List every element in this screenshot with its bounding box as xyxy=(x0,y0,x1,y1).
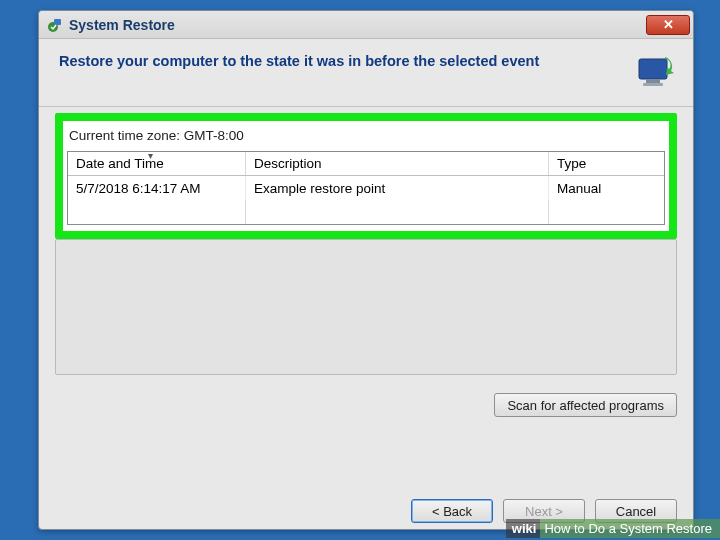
svg-rect-3 xyxy=(646,79,660,83)
content-area: Current time zone: GMT-8:00 Date and Tim… xyxy=(39,107,693,239)
table-empty-area xyxy=(68,200,664,224)
col-description-label: Description xyxy=(254,156,322,171)
close-icon: ✕ xyxy=(663,17,674,32)
col-description[interactable]: Description xyxy=(246,152,549,175)
system-restore-window: System Restore ✕ Restore your computer t… xyxy=(38,10,694,530)
scan-affected-button[interactable]: Scan for affected programs xyxy=(494,393,677,417)
details-panel xyxy=(55,239,677,375)
col-type-label: Type xyxy=(557,156,586,171)
table-row[interactable]: 5/7/2018 6:14:17 AM Example restore poin… xyxy=(68,176,664,200)
cell-type: Manual xyxy=(549,176,664,200)
highlight-frame: Current time zone: GMT-8:00 Date and Tim… xyxy=(55,113,677,239)
table-header: Date and Time ▾ Description Type xyxy=(68,152,664,176)
restore-point-table[interactable]: Date and Time ▾ Description Type 5/7/201… xyxy=(67,151,665,225)
watermark-text: How to Do a System Restore xyxy=(540,519,720,538)
svg-rect-2 xyxy=(639,59,667,79)
restore-monitor-icon xyxy=(629,49,677,97)
system-restore-icon xyxy=(47,17,63,33)
window-title: System Restore xyxy=(69,17,646,33)
col-date[interactable]: Date and Time ▾ xyxy=(68,152,246,175)
dialog-header: Restore your computer to the state it wa… xyxy=(39,39,693,107)
back-button[interactable]: < Back xyxy=(411,499,493,523)
sort-descending-icon: ▾ xyxy=(148,152,153,161)
cell-description: Example restore point xyxy=(246,176,549,200)
heading-text: Restore your computer to the state it wa… xyxy=(59,49,629,69)
col-type[interactable]: Type xyxy=(549,152,664,175)
scan-row: Scan for affected programs xyxy=(39,375,693,417)
watermark: wiki How to Do a System Restore xyxy=(506,519,720,538)
cell-date: 5/7/2018 6:14:17 AM xyxy=(68,176,246,200)
watermark-brand: wiki xyxy=(506,519,541,538)
svg-rect-4 xyxy=(643,83,663,86)
svg-rect-1 xyxy=(54,19,61,25)
timezone-label: Current time zone: GMT-8:00 xyxy=(67,125,665,151)
titlebar: System Restore ✕ xyxy=(39,11,693,39)
close-button[interactable]: ✕ xyxy=(646,15,690,35)
